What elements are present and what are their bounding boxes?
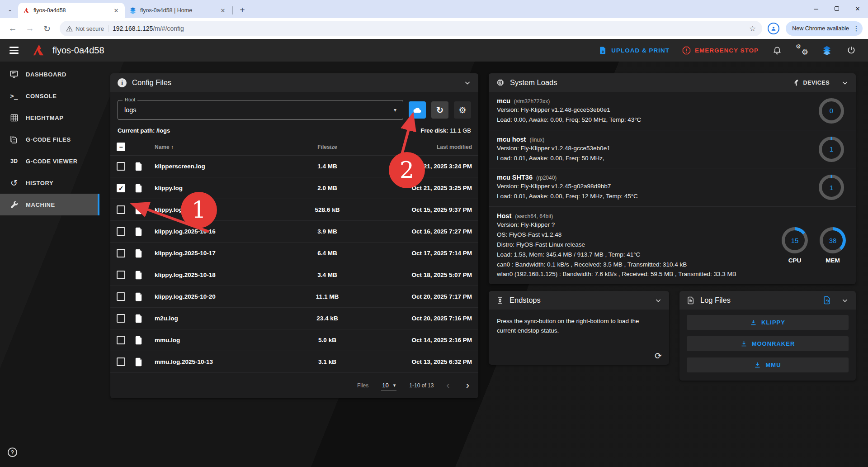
file-refresh-icon[interactable]: [823, 296, 831, 305]
download-moonraker-button[interactable]: MOONRAKER: [687, 336, 849, 351]
cloud-sync-button[interactable]: [409, 101, 426, 119]
upload-print-button[interactable]: UPLOAD & PRINT: [599, 46, 670, 55]
row-checkbox[interactable]: [117, 249, 125, 257]
sidebar-item-machine[interactable]: MACHINE: [0, 194, 99, 215]
chevron-down-icon[interactable]: [841, 297, 849, 304]
chevron-down-icon[interactable]: [655, 297, 662, 304]
files-label: Files: [357, 382, 368, 389]
fluidd-favicon: [129, 7, 137, 14]
tab-close-icon[interactable]: ✕: [112, 6, 120, 14]
devices-button[interactable]: DEVICES: [793, 79, 830, 86]
file-size: 3.1 kB: [284, 358, 370, 365]
sync-button[interactable]: ⟳: [655, 351, 662, 361]
table-row[interactable]: klippy.log.2025-10-20 11.1 MB Oct 20, 20…: [110, 286, 478, 308]
table-row[interactable]: klippy.log.2025-10-18 3.4 MB Oct 18, 202…: [110, 264, 478, 286]
download-klippy-button[interactable]: KLIPPY: [687, 315, 849, 330]
endstops-header[interactable]: Endstops: [489, 291, 669, 310]
new-tab-button[interactable]: +: [236, 4, 248, 16]
power-icon[interactable]: [845, 44, 857, 56]
config-files-header[interactable]: i Config Files: [110, 73, 478, 92]
notifications-bell-icon[interactable]: [771, 44, 783, 56]
file-icon: [135, 162, 155, 171]
row-checkbox[interactable]: [117, 357, 125, 366]
config-controls: Root logs ▾ ↻ ⚙: [110, 92, 478, 124]
endstops-body: Press the sync-button on the right-botto…: [489, 310, 669, 365]
chrome-update-pill[interactable]: New Chrome available ⋮: [786, 21, 863, 36]
window-maximize-button[interactable]: [826, 0, 847, 17]
sidebar-item-dashboard[interactable]: DASHBOARD: [0, 63, 99, 85]
file-size: 11.1 MB: [284, 293, 370, 300]
row-checkbox[interactable]: [117, 227, 125, 236]
table-row[interactable]: klippy.log.2025-10-17 6.4 MB Oct 17, 202…: [110, 243, 478, 264]
table-row[interactable]: mmu.log 5.0 kB Oct 14, 2025 2:16 PM: [110, 329, 478, 351]
log-files-header[interactable]: Log Files: [679, 291, 856, 310]
help-button[interactable]: ?: [8, 448, 17, 457]
select-all-checkbox[interactable]: −: [117, 143, 125, 151]
file-name: mmu.log: [155, 337, 284, 343]
file-icon: [135, 357, 155, 367]
column-name[interactable]: Name ↑: [155, 144, 284, 150]
row-checkbox[interactable]: [117, 314, 125, 323]
back-button[interactable]: ←: [5, 21, 20, 36]
download-mmu-button[interactable]: MMU: [687, 357, 849, 372]
app-title: flyos-0a4d58: [52, 45, 104, 56]
emergency-stop-button[interactable]: EMERGENCY STOP: [682, 46, 759, 55]
tab-search-button[interactable]: ⌄: [4, 3, 16, 16]
not-secure-badge[interactable]: Not secure: [66, 25, 109, 32]
browser-tab-inactive[interactable]: flyos-0a4d58 | Home ✕: [125, 3, 231, 18]
system-loads-header[interactable]: System Loads DEVICES: [489, 73, 856, 92]
gauge-label: MEM: [826, 257, 840, 264]
reload-button[interactable]: ↻: [40, 21, 54, 36]
settings-gears-icon[interactable]: ⚙ ⚙: [796, 44, 808, 56]
row-checkbox[interactable]: ✓: [117, 184, 125, 192]
mcu-load-gauge: 0: [819, 98, 844, 124]
chevron-down-icon[interactable]: [464, 79, 471, 86]
file-modified: Oct 16, 2025 7:27 PM: [370, 228, 472, 235]
forward-button[interactable]: →: [23, 21, 37, 36]
row-checkbox[interactable]: [117, 336, 125, 344]
mcu-name: mcu SHT36: [497, 174, 533, 181]
sidebar-item-history[interactable]: ↺HISTORY: [0, 172, 99, 194]
tab-close-icon[interactable]: ✕: [219, 6, 227, 14]
gauge-arc: 15: [782, 227, 808, 253]
sidebar-item-g-code-viewer[interactable]: 3DG-CODE VIEWER: [0, 150, 99, 172]
profile-avatar[interactable]: [768, 23, 779, 34]
fluidd-layers-icon[interactable]: [821, 44, 833, 56]
column-last-modified[interactable]: Last modified: [370, 144, 472, 150]
column-filesize[interactable]: Filesize: [284, 144, 370, 150]
sidebar-item-console[interactable]: >_CONSOLE: [0, 85, 99, 107]
browser-menu-icon[interactable]: ⋮: [853, 24, 860, 33]
settings-button[interactable]: ⚙: [454, 101, 471, 119]
row-checkbox[interactable]: [117, 162, 125, 171]
table-row[interactable]: ✓ klippy.log 2.0 MB Oct 21, 2025 3:25 PM: [110, 177, 478, 199]
table-row[interactable]: mmu.log.2025-10-13 3.1 kB Oct 13, 2025 6…: [110, 351, 478, 373]
root-select-label: Root: [123, 97, 137, 102]
menu-button[interactable]: [0, 39, 28, 62]
select-caret-icon: ▾: [394, 107, 396, 113]
row-checkbox[interactable]: [117, 205, 125, 214]
file-size: 3.9 MB: [284, 228, 370, 235]
chevron-down-icon[interactable]: [841, 79, 849, 86]
browser-tab-active[interactable]: flyos-0a4d58 ✕: [18, 3, 125, 18]
sidebar-item-g-code-files[interactable]: G-CODE FILES: [0, 129, 99, 150]
table-row[interactable]: klipperscreen.log 1.4 MB Oct 21, 2025 3:…: [110, 156, 478, 177]
table-row[interactable]: klippy.log.2025-10-16 3.9 MB Oct 16, 202…: [110, 221, 478, 243]
table-row[interactable]: m2u.log 23.4 kB Oct 20, 2025 7:16 PM: [110, 308, 478, 329]
bookmark-star-icon[interactable]: ☆: [749, 24, 756, 33]
refresh-button[interactable]: ↻: [431, 101, 448, 119]
warning-icon: [66, 25, 73, 32]
row-checkbox[interactable]: [117, 271, 125, 279]
table-row[interactable]: klippy.log.2025-10-15 528.6 kB Oct 15, 2…: [110, 199, 478, 221]
browser-toolbar: ← → ↻ Not secure 192.168.1.125/m/#/confi…: [0, 18, 868, 39]
page-size-select[interactable]: 10▾: [381, 380, 396, 391]
prev-page-button[interactable]: ‹: [446, 381, 449, 391]
window-minimize-button[interactable]: ─: [806, 0, 826, 17]
root-select[interactable]: Root logs ▾: [118, 100, 403, 120]
mcu-section: mcu SHT36(rp2040) Version: Fly-Klipper v…: [489, 168, 856, 206]
window-close-button[interactable]: ✕: [847, 0, 868, 17]
address-bar[interactable]: Not secure 192.168.1.125/m/#/config ☆: [60, 21, 762, 36]
file-icon: [135, 184, 155, 193]
sidebar-item-heightmap[interactable]: HEIGHTMAP: [0, 107, 99, 129]
next-page-button[interactable]: ›: [466, 381, 469, 391]
row-checkbox[interactable]: [117, 292, 125, 301]
